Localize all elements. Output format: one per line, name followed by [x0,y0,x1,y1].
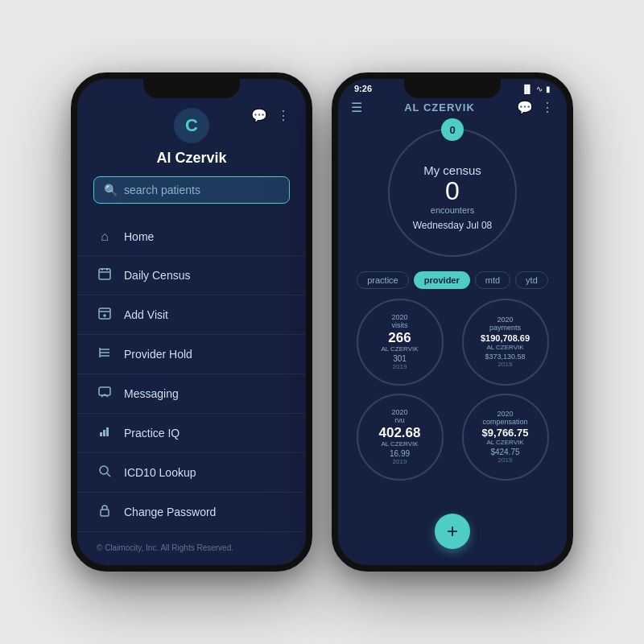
comp-value: $9,766.75 [482,427,529,439]
menu-item-add-visit[interactable]: Add Visit [77,297,306,332]
nav-right: 💬 ⋮ [517,100,554,115]
search-bar[interactable]: 🔍 search patients [93,176,290,204]
payments-prev-year: 2019 [498,361,513,368]
menu-list: ⌂ Home D [77,217,306,535]
menu-label-icd10: ICD10 Lookup [124,466,196,479]
census-ring: 0 My census 0 encounters Wednesday Jul 0… [388,128,517,257]
tabs-row: practice provider mtd ytd [338,266,567,295]
phones-container: 💬 ⋮ C Al Czervik 🔍 search patients [71,72,573,572]
stat-ring-payments: 2020 payments $190,708.69 AL CZERVIK $37… [462,299,549,386]
stat-ring-compensation: 2020 compensation $9,766.75 AL CZERVIK $… [462,394,549,481]
phone1-screen: 💬 ⋮ C Al Czervik 🔍 search patients [77,79,306,565]
status-icons: ▐▌ ∿ ▮ [522,85,551,93]
svg-rect-15 [106,427,109,436]
menu-label-practice-iq: Practice IQ [124,427,180,440]
tab-ytd[interactable]: ytd [515,271,548,289]
svg-rect-0 [99,269,110,279]
visits-prev: 301 [393,354,407,363]
payments-type: payments [489,324,521,332]
census-date: Wednesday Jul 08 [413,220,493,231]
comp-year: 2020 [497,411,513,418]
menu-label-add-visit: Add Visit [124,308,168,321]
search-icon: 🔍 [104,184,118,196]
menu-item-provider-hold[interactable]: Provider Hold [77,336,306,372]
add-visit-icon [97,307,113,323]
logo-circle: C [174,108,209,143]
visits-prev-year: 2019 [393,363,407,370]
rvu-year: 2020 [391,409,407,416]
visits-name: AL CZERVIK [381,345,418,353]
calendar-icon [97,267,113,283]
stat-card-visits: 2020 visits 266 AL CZERVIK 301 2019 [351,299,448,386]
census-label: My census [423,163,481,177]
comp-prev-year: 2019 [498,456,513,464]
icd10-icon [97,464,113,481]
menu-item-home[interactable]: ⌂ Home [77,220,306,254]
nav-more-icon[interactable]: ⋮ [541,100,554,115]
phone1-footer: © Claimocity, Inc. All Rights Reserved. [77,535,306,565]
nav-chat-icon[interactable]: 💬 [517,100,533,115]
fab-button[interactable]: + [435,514,470,549]
svg-rect-18 [101,510,109,516]
menu-item-change-password[interactable]: Change Password [77,494,306,530]
menu-item-practice-iq[interactable]: Practice IQ [77,415,306,451]
phone1-wrapper: 💬 ⋮ C Al Czervik 🔍 search patients [71,72,312,572]
menu-item-messaging[interactable]: Messaging [77,376,306,411]
rvu-prev: 16.99 [390,449,410,458]
rvu-prev-year: 2019 [393,458,407,465]
divider [77,492,306,493]
stats-grid: 2020 visits 266 AL CZERVIK 301 2019 2020… [338,295,567,490]
hamburger-icon[interactable]: ☰ [351,100,362,115]
phone1: 💬 ⋮ C Al Czervik 🔍 search patients [71,72,312,572]
user-name: Al Czervik [156,150,226,167]
svg-point-16 [100,466,108,474]
stat-ring-rvu: 2020 rvu 402.68 AL CZERVIK 16.99 2019 [357,394,444,481]
messaging-icon [97,386,113,402]
status-bar: 9:26 ▐▌ ∿ ▮ [338,79,567,97]
menu-item-icd10[interactable]: ICD10 Lookup [77,455,306,490]
svg-rect-14 [103,430,105,436]
divider [77,374,306,374]
chat-icon[interactable]: 💬 [251,108,267,123]
divider [77,531,306,532]
stat-ring-visits: 2020 visits 266 AL CZERVIK 301 2019 [357,299,444,386]
menu-label-daily-census: Daily Census [124,269,190,282]
payments-year: 2020 [497,316,513,324]
divider [77,334,306,335]
menu-label-provider-hold: Provider Hold [124,348,192,361]
logo-letter: C [185,115,198,136]
comp-type: compensation [482,418,527,426]
stat-card-compensation: 2020 compensation $9,766.75 AL CZERVIK $… [456,394,554,481]
status-time: 9:26 [354,84,372,93]
menu-item-daily-census[interactable]: Daily Census [77,258,306,293]
phone1-header: 💬 ⋮ C Al Czervik 🔍 search patients [77,79,306,217]
svg-line-17 [107,473,110,477]
rvu-value: 402.68 [379,426,421,441]
tab-provider[interactable]: provider [414,271,470,289]
fab-icon: + [447,520,458,543]
comp-prev: $424.75 [490,448,519,456]
more-icon[interactable]: ⋮ [277,108,290,123]
menu-label-home: Home [124,230,154,243]
payments-prev: $373,130.58 [485,353,525,361]
signal-icon: ▐▌ [522,85,533,93]
census-encounters-label: encounters [431,205,474,215]
payments-value: $190,708.69 [481,333,530,343]
comp-name: AL CZERVIK [486,439,523,446]
tab-practice[interactable]: practice [357,271,409,289]
password-icon [97,504,113,520]
divider [77,413,306,414]
menu-label-change-password: Change Password [124,506,216,518]
rvu-type: rvu [394,416,405,424]
tab-mtd[interactable]: mtd [475,271,510,289]
divider [77,255,306,256]
battery-icon: ▮ [546,85,551,93]
census-count: 0 [445,177,460,205]
search-placeholder: search patients [124,184,200,196]
stat-card-payments: 2020 payments $190,708.69 AL CZERVIK $37… [456,299,554,386]
svg-rect-13 [100,432,102,436]
home-icon: ⌂ [97,229,113,244]
footer-text: © Claimocity, Inc. All Rights Reserved. [97,543,233,552]
provider-hold-icon [97,346,113,362]
phone2-screen: 9:26 ▐▌ ∿ ▮ ☰ AL CZERVIK 💬 ⋮ [338,79,567,565]
